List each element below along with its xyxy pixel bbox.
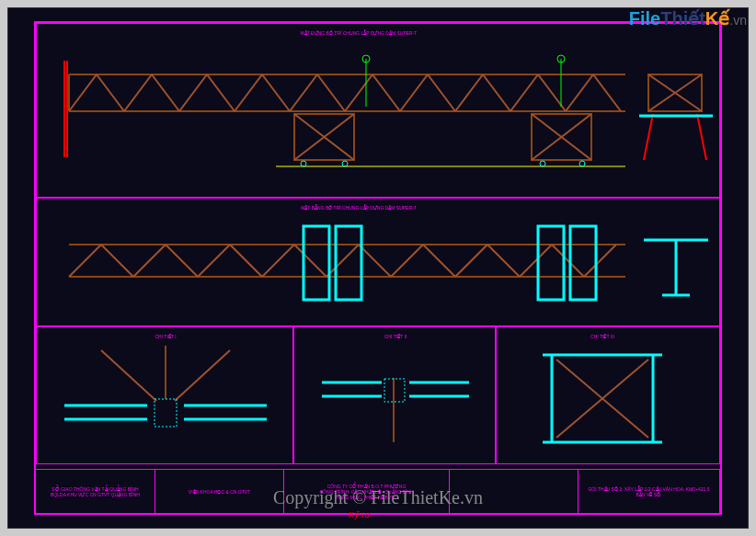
section-plan: MẶT BẰNG BỐ TRÍ CHUNG LẮP DỰNG DẦM SUPER… — [36, 198, 720, 326]
wm-part1: File — [629, 8, 660, 29]
svg-line-20 — [483, 74, 510, 111]
svg-rect-68 — [570, 226, 596, 300]
svg-line-62 — [520, 245, 552, 277]
plan-diagonals — [69, 245, 616, 277]
svg-line-19 — [455, 74, 483, 111]
signature-mark: Kỹ sư — [349, 510, 370, 519]
section-detail-3: CHI TIẾT III — [496, 326, 720, 464]
svg-line-13 — [290, 74, 317, 111]
drawing-frame: MẶT ĐỨNG BỐ TRÍ CHUNG LẮP DỰNG DẦM SUPER… — [34, 21, 722, 515]
svg-line-64 — [584, 245, 616, 277]
svg-line-60 — [455, 245, 487, 277]
svg-line-24 — [593, 74, 621, 111]
svg-line-76 — [101, 350, 156, 401]
svg-line-40 — [697, 114, 706, 160]
svg-line-8 — [152, 74, 179, 111]
section2-title: MẶT BẰNG BỐ TRÍ CHUNG LẮP DỰNG DẦM SUPER… — [301, 204, 417, 211]
wm-suffix: .vn — [729, 13, 747, 28]
wm-part2: Thiết — [660, 8, 705, 29]
svg-line-11 — [235, 74, 262, 111]
svg-rect-79 — [155, 399, 177, 427]
svg-line-7 — [124, 74, 152, 111]
plan-drawing: MẶT BẰNG BỐ TRÍ CHUNG LẮP DỰNG DẦM SUPER… — [37, 199, 719, 325]
section3-title: CHI TIẾT I — [155, 334, 176, 339]
svg-point-33 — [342, 161, 348, 166]
section-detail-1: CHI TIẾT I — [36, 326, 293, 464]
svg-line-53 — [230, 245, 262, 277]
svg-line-5 — [69, 74, 97, 111]
svg-line-9 — [179, 74, 207, 111]
svg-line-12 — [262, 74, 290, 111]
svg-rect-67 — [538, 226, 564, 300]
section1-title: MẶT ĐỨNG BỐ TRÍ CHUNG LẮP DỰNG DẦM SUPER… — [301, 29, 418, 36]
copyright-text: Copyright © FileThietKe.vn — [0, 487, 756, 508]
svg-point-35 — [579, 161, 585, 166]
detail3-drawing: CHI TIẾT III — [497, 327, 719, 463]
svg-line-57 — [359, 245, 391, 277]
svg-line-23 — [566, 74, 593, 111]
svg-line-61 — [487, 245, 520, 277]
elevation-drawing: MẶT ĐỨNG BỐ TRÍ CHUNG LẮP DỰNG DẦM SUPER… — [37, 24, 719, 197]
svg-line-14 — [317, 74, 345, 111]
svg-line-77 — [175, 350, 230, 401]
svg-rect-65 — [304, 226, 329, 300]
svg-line-6 — [97, 74, 124, 111]
detail2-drawing: CHI TIẾT II — [294, 327, 495, 463]
svg-line-17 — [400, 74, 428, 111]
support-tower-2 — [532, 114, 591, 160]
svg-line-51 — [166, 245, 198, 277]
svg-line-59 — [423, 245, 455, 277]
node-connection — [64, 346, 267, 427]
truss-web-1 — [64, 61, 69, 157]
support-tower-1 — [294, 114, 354, 160]
svg-line-63 — [552, 245, 584, 277]
svg-line-52 — [198, 245, 230, 277]
plan-section-detail — [644, 240, 708, 295]
svg-line-15 — [345, 74, 372, 111]
brace-panel — [543, 355, 662, 442]
site-watermark: FileThiếtKế.vn — [629, 7, 747, 29]
cad-canvas[interactable]: MẶT ĐỨNG BỐ TRÍ CHUNG LẮP DỰNG DẦM SUPER… — [7, 7, 749, 529]
svg-line-55 — [294, 245, 326, 277]
svg-line-21 — [510, 74, 538, 111]
section-elevation: MẶT ĐỨNG BỐ TRÍ CHUNG LẮP DỰNG DẦM SUPER… — [36, 23, 720, 198]
section5-title: CHI TIẾT III — [590, 334, 614, 339]
section4-title: CHI TIẾT II — [384, 334, 407, 339]
svg-line-39 — [644, 114, 653, 160]
svg-line-56 — [326, 245, 359, 277]
svg-line-54 — [262, 245, 294, 277]
section-detail-2: CHI TIẾT II — [293, 326, 496, 464]
t-connection — [322, 378, 469, 442]
svg-line-49 — [101, 245, 133, 277]
svg-point-32 — [301, 161, 306, 166]
svg-line-18 — [428, 74, 455, 111]
app-frame: MẶT ĐỨNG BỐ TRÍ CHUNG LẮP DỰNG DẦM SUPER… — [0, 0, 756, 536]
truss-diagonals — [69, 74, 621, 111]
svg-line-16 — [372, 74, 400, 111]
svg-point-34 — [540, 161, 545, 166]
svg-line-58 — [391, 245, 423, 277]
end-elevation — [639, 74, 713, 160]
detail1-drawing: CHI TIẾT I — [37, 327, 292, 463]
wm-part3: Kế — [705, 8, 729, 29]
svg-line-10 — [207, 74, 235, 111]
svg-line-50 — [133, 245, 166, 277]
svg-line-48 — [69, 245, 101, 277]
